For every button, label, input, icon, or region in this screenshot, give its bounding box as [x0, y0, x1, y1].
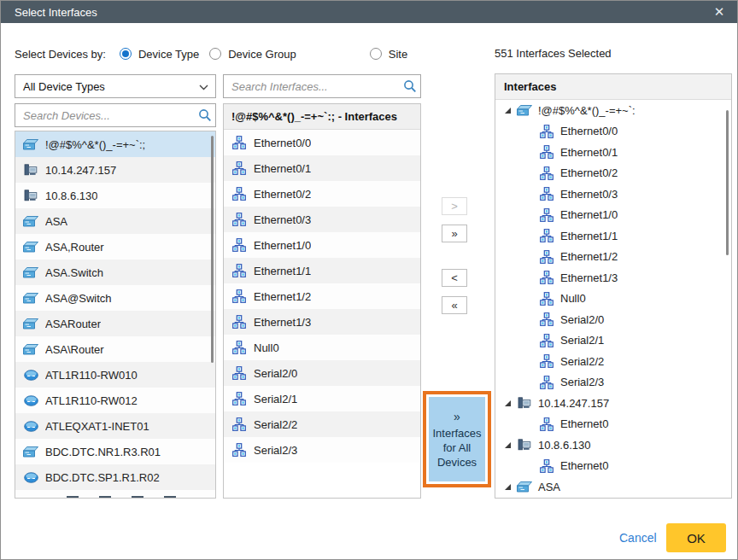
tree-interface-name: Serial2/0	[560, 313, 604, 326]
radio-site[interactable]: Site	[370, 48, 407, 61]
interface-row[interactable]: Serial2/0	[224, 360, 420, 386]
interface-icon	[538, 334, 555, 347]
interfaces-for-all-devices-button[interactable]: » Interfaces for All Devices	[429, 397, 485, 481]
tree-interface-row[interactable]: Ethernet0	[495, 414, 731, 435]
interface-row[interactable]: Ethernet1/1	[224, 258, 420, 283]
device-row[interactable]: 10.14.247.157	[15, 157, 215, 183]
tree-interface-name: Ethernet0/3	[560, 188, 618, 201]
interface-list-panel: !@#$%^&*()_-=+~`:; - Interfaces Ethernet…	[223, 103, 421, 499]
interface-row[interactable]: Serial2/2	[224, 411, 420, 437]
device-row[interactable]: ASA.Switch	[15, 260, 215, 285]
interface-name: Ethernet0/0	[254, 137, 311, 149]
expander-icon[interactable]	[502, 398, 512, 408]
remove-all-button[interactable]: «	[442, 296, 467, 314]
tree-interface-row[interactable]: Serial2/1	[495, 330, 731, 352]
search-icon[interactable]	[400, 79, 420, 93]
device-row[interactable]: ATL1R110-RW012	[15, 388, 215, 413]
device-name: ASARouter	[45, 318, 101, 330]
interface-name: Serial2/1	[254, 393, 297, 405]
search-devices-input[interactable]	[15, 105, 195, 125]
radio-site-circle[interactable]	[370, 48, 382, 60]
search-icon[interactable]	[195, 108, 215, 122]
interface-name: Ethernet0/3	[254, 213, 311, 226]
add-selected-button[interactable]: >	[442, 197, 467, 215]
device-name: ATL1R110-RW012	[45, 394, 138, 407]
tree-interface-row[interactable]: Ethernet0/3	[495, 184, 731, 205]
search-interfaces-input[interactable]	[224, 76, 400, 96]
tree-interface-row[interactable]: Ethernet0	[495, 456, 731, 477]
tree-interface-row[interactable]: Ethernet1/3	[495, 267, 731, 289]
device-row[interactable]: BDC.DTC.SP1.R1.R02	[15, 464, 215, 490]
device-row[interactable]: ATLEQXAT1-INET01	[15, 413, 215, 439]
expander-icon[interactable]	[502, 440, 512, 450]
device-row[interactable]: ASARouter	[15, 311, 215, 336]
remove-selected-button[interactable]: <	[442, 269, 467, 287]
device-name: BDC.DTC.NR1.R3.R01	[45, 446, 161, 458]
interface-row[interactable]: Ethernet0/1	[224, 155, 420, 181]
interface-row[interactable]: Ethernet0/2	[224, 181, 420, 207]
interface-row[interactable]: Ethernet1/0	[224, 232, 420, 258]
switch-icon	[22, 317, 39, 330]
interface-row[interactable]: Ethernet0/3	[224, 207, 420, 232]
interface-row[interactable]: Serial2/3	[224, 437, 420, 463]
device-row[interactable]: !@#$%^&*()_-=+~`:;	[15, 131, 215, 157]
interface-icon	[231, 315, 248, 329]
tree-interface-row[interactable]: Ethernet1/2	[495, 247, 731, 268]
interface-row[interactable]: Null0	[224, 335, 420, 360]
cancel-button[interactable]: Cancel	[619, 531, 657, 545]
interface-row[interactable]: Ethernet1/3	[224, 309, 420, 335]
device-row[interactable]: ASA@Switch	[15, 285, 215, 311]
interface-row[interactable]: Serial2/1	[224, 386, 420, 411]
close-icon[interactable]: ✕	[710, 3, 729, 21]
tree-interface-row[interactable]: Ethernet1/0	[495, 205, 731, 226]
device-row[interactable]: 10.8.6.130	[15, 183, 215, 208]
tree-interface-row[interactable]: Ethernet0/0	[495, 121, 731, 143]
interface-icon	[231, 417, 248, 431]
interface-name: Ethernet1/0	[254, 239, 311, 252]
device-list-scrollbar[interactable]	[211, 136, 214, 363]
tree-device-row[interactable]: 10.14.247.157	[495, 393, 731, 414]
device-row[interactable]: ASA,Router	[15, 234, 215, 260]
tree-device-row[interactable]: !@#$%^&*()_-=+~`:	[495, 100, 731, 121]
radio-device-type-circle[interactable]	[120, 48, 132, 60]
ok-button[interactable]: OK	[666, 523, 726, 552]
interface-row[interactable]: Ethernet0/0	[224, 130, 420, 155]
add-all-button[interactable]: »	[442, 225, 467, 242]
device-row[interactable]: ASA	[15, 208, 215, 234]
tree-interface-row[interactable]: Serial2/0	[495, 309, 731, 330]
expander-icon[interactable]	[502, 481, 512, 492]
interface-name: Ethernet0/1	[254, 162, 311, 175]
tree-device-row[interactable]: 10.8.6.130	[495, 435, 731, 456]
interface-name: Ethernet1/1	[254, 265, 311, 277]
interface-icon	[538, 312, 555, 326]
device-row[interactable]: BDC.DTC.NR1.R3.R01	[15, 439, 215, 464]
tree-device-row[interactable]: ASA	[495, 476, 731, 498]
tree-interface-row[interactable]: Ethernet0/2	[495, 163, 731, 184]
interface-icon	[231, 213, 248, 226]
tree-interface-row[interactable]: Ethernet1/1	[495, 225, 731, 247]
tree-interface-row[interactable]: Serial2/2	[495, 351, 731, 372]
switch-icon	[22, 265, 39, 279]
highlight-annotation: » Interfaces for All Devices	[423, 391, 491, 487]
selected-interfaces-tree: !@#$%^&*()_-=+~`:Ethernet0/0Ethernet0/1E…	[495, 100, 731, 498]
radio-device-type[interactable]: Device Type	[120, 48, 199, 61]
tree-interface-row[interactable]: Ethernet0/1	[495, 142, 731, 163]
device-row[interactable]: ATL1R110-RW010	[15, 362, 215, 388]
clipped-row	[15, 490, 215, 499]
tree-interface-name: Ethernet1/3	[560, 271, 618, 284]
interface-row[interactable]: Ethernet1/2	[224, 283, 420, 309]
tree-interface-row[interactable]: Null0	[495, 289, 731, 310]
device-name: ASA@Switch	[45, 292, 112, 305]
interface-list-header: !@#$%^&*()_-=+~`:; - Interfaces	[224, 104, 420, 130]
tree-interface-name: Serial2/1	[560, 334, 604, 347]
tree-interface-row[interactable]: Serial2/3	[495, 372, 731, 394]
device-name: ATLEQXAT1-INET01	[45, 420, 149, 433]
radio-device-group[interactable]: Device Group	[209, 48, 296, 61]
expander-icon[interactable]	[502, 105, 512, 115]
tree-scrollbar[interactable]	[726, 110, 729, 255]
device-row[interactable]: ASA\Router	[15, 336, 215, 362]
device-type-dropdown[interactable]: All Device Types	[15, 74, 216, 98]
device-name: !@#$%^&*()_-=+~`:;	[45, 138, 145, 151]
radio-device-group-circle[interactable]	[209, 48, 221, 60]
router-icon	[22, 394, 39, 407]
